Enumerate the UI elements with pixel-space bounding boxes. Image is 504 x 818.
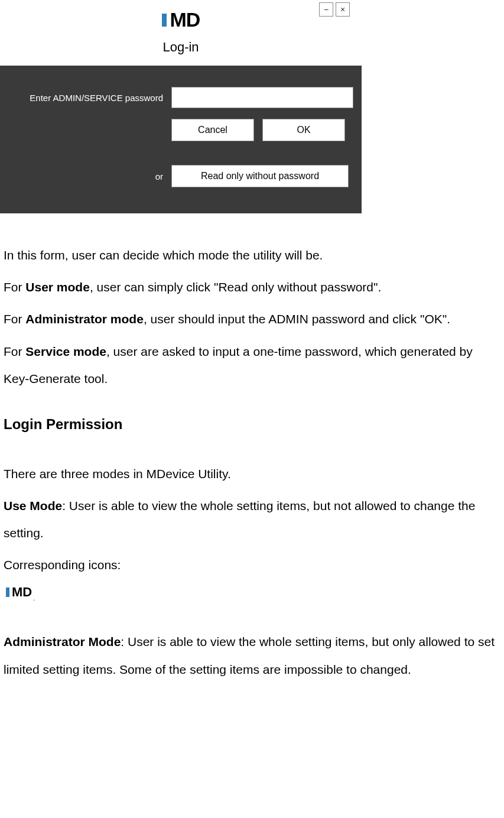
password-input[interactable] — [171, 87, 353, 108]
logo-text-small: MD — [12, 586, 32, 599]
read-only-button[interactable]: Read only without password — [171, 165, 349, 187]
cancel-button[interactable]: Cancel — [171, 119, 254, 141]
dialog-header: MD Log-in — [0, 0, 362, 66]
window-controls: − × — [319, 2, 350, 17]
paragraph-modes-intro: There are three modes in MDevice Utility… — [4, 460, 500, 488]
paragraph-admin-mode: For Administrator mode, user should inpu… — [4, 306, 500, 333]
mode-icon: MD — [6, 586, 32, 599]
minimize-button[interactable]: − — [319, 2, 333, 17]
login-dialog: − × MD Log-in Enter ADMIN/SERVICE passwo… — [0, 0, 362, 213]
paragraph-service-mode: For Service mode, user are asked to inpu… — [4, 338, 500, 392]
close-icon: × — [340, 5, 345, 14]
or-row: or Read only without password — [8, 165, 353, 187]
logo-text: MD — [170, 8, 200, 31]
document-body: In this form, user can decide which mode… — [0, 242, 504, 683]
paragraph-use-mode: Use Mode: User is able to view the whole… — [4, 492, 500, 547]
minimize-icon: − — [324, 5, 329, 14]
icon-example-row: MD . — [4, 583, 500, 605]
logo-bar-icon — [6, 587, 9, 597]
or-label: or — [8, 171, 163, 181]
logo-bar-icon — [162, 14, 167, 27]
dot-icon: . — [33, 595, 35, 602]
ok-button[interactable]: OK — [262, 119, 345, 141]
paragraph-user-mode: For User mode, user can simply click "Re… — [4, 274, 500, 301]
button-row: Cancel OK — [171, 119, 353, 141]
paragraph-administrator-mode: Administrator Mode: User is able to view… — [4, 628, 500, 683]
password-label: Enter ADMIN/SERVICE password — [8, 93, 163, 103]
login-panel: Enter ADMIN/SERVICE password Cancel OK o… — [0, 66, 362, 213]
dialog-title: Log-in — [0, 40, 362, 55]
close-button[interactable]: × — [336, 2, 350, 17]
password-row: Enter ADMIN/SERVICE password — [8, 87, 353, 108]
app-logo: MD — [162, 8, 200, 31]
paragraph-intro: In this form, user can decide which mode… — [4, 242, 500, 269]
paragraph-icons-label: Corresponding icons: — [4, 551, 500, 579]
section-heading-login-permission: Login Permission — [4, 409, 500, 440]
